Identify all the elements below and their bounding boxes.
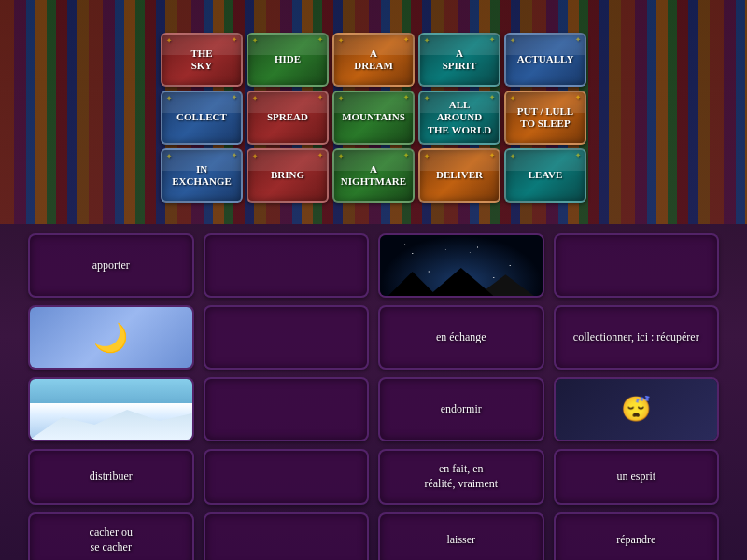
main-content: ✦ THE SKY ✦ HIDE ✦ A DREAM ✦ A SPIRIT ✦ … bbox=[0, 0, 747, 560]
card-blank-r4c2[interactable] bbox=[204, 449, 370, 505]
card-en-fait[interactable]: en fait, en réalité, vraiment bbox=[378, 449, 544, 505]
card-en-echange[interactable]: en échange bbox=[378, 305, 544, 370]
btn-a-nightmare[interactable]: ✦ A NIGHTMARE bbox=[332, 148, 415, 203]
btn-a-dream[interactable]: ✦ A DREAM bbox=[332, 33, 415, 87]
card-repandre[interactable]: répandre bbox=[554, 512, 720, 560]
card-blank-r2c2[interactable] bbox=[204, 305, 370, 370]
card-blank-r1c4[interactable] bbox=[554, 233, 720, 298]
cards-area: apporter · · · · · 🌙 bbox=[0, 224, 747, 560]
card-un-esprit[interactable]: un esprit bbox=[554, 449, 720, 505]
btn-bring[interactable]: ✦ BRING bbox=[247, 148, 329, 203]
card-sleeping[interactable]: 😴 bbox=[554, 377, 720, 441]
card-laisser[interactable]: laisser bbox=[378, 512, 544, 560]
btn-all-around[interactable]: ✦ ALL AROUND THE WORLD bbox=[418, 91, 500, 145]
btn-leave[interactable]: ✦ LEAVE bbox=[504, 148, 586, 203]
btn-deliver[interactable]: ✦ DELIVER bbox=[418, 148, 500, 203]
card-blank-r5c2[interactable] bbox=[204, 512, 370, 560]
button-row-2: ✦ COLLECT ✦ SPREAD ✦ MOUNTAINS ✦ ALL ARO… bbox=[161, 91, 586, 145]
btn-collect[interactable]: ✦ COLLECT bbox=[161, 91, 243, 145]
btn-the-sky[interactable]: ✦ THE SKY bbox=[161, 33, 243, 87]
card-cacher[interactable]: cacher ou se cacher bbox=[28, 512, 194, 560]
btn-put-lull[interactable]: ✦ PUT / LULL TO SLEEP bbox=[504, 91, 586, 145]
card-distribuer[interactable]: distribuer bbox=[28, 449, 194, 505]
card-nightsky[interactable]: · · · · · bbox=[378, 233, 544, 298]
btn-hide[interactable]: ✦ HIDE bbox=[247, 33, 329, 87]
btn-actually[interactable]: ✦ ACTUALLY bbox=[504, 33, 586, 87]
btn-mountains[interactable]: ✦ MOUNTAINS bbox=[332, 91, 415, 145]
buttons-area: ✦ THE SKY ✦ HIDE ✦ A DREAM ✦ A SPIRIT ✦ … bbox=[0, 0, 747, 203]
card-apporter[interactable]: apporter bbox=[28, 233, 194, 298]
card-blank-r3c2[interactable] bbox=[204, 377, 370, 441]
btn-in-exchange[interactable]: ✦ IN EXCHANGE bbox=[161, 148, 243, 203]
mountains-image bbox=[30, 379, 192, 440]
nightsky-image: · · · · · bbox=[380, 235, 543, 296]
btn-spread[interactable]: ✦ SPREAD bbox=[247, 91, 329, 145]
card-blank-r1c2[interactable] bbox=[204, 233, 370, 298]
sleeping-image: 😴 bbox=[556, 379, 718, 440]
card-sandman[interactable]: 🌙 bbox=[28, 305, 194, 370]
card-endormir[interactable]: endormir bbox=[378, 377, 544, 441]
card-mountains[interactable] bbox=[28, 377, 194, 441]
sandman-image: 🌙 bbox=[30, 307, 192, 368]
card-collectionner[interactable]: collectionner, ici : récupérer bbox=[554, 305, 720, 370]
btn-a-spirit[interactable]: ✦ A SPIRIT bbox=[418, 33, 500, 87]
button-row-1: ✦ THE SKY ✦ HIDE ✦ A DREAM ✦ A SPIRIT ✦ … bbox=[161, 33, 586, 87]
button-row-3: ✦ IN EXCHANGE ✦ BRING ✦ A NIGHTMARE ✦ DE… bbox=[161, 148, 586, 203]
